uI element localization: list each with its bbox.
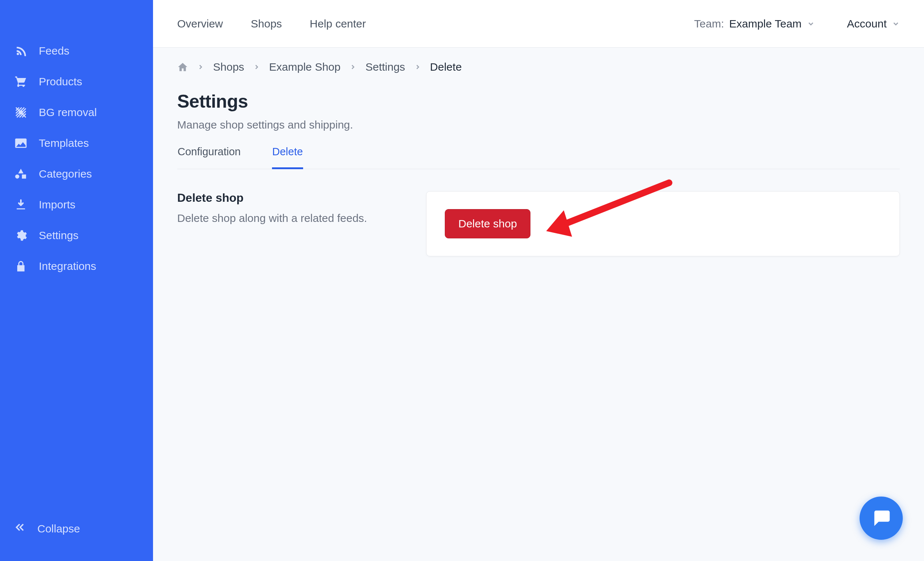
- sidebar-item-label: Feeds: [39, 45, 69, 57]
- chat-icon: [871, 507, 891, 529]
- chevron-right-icon: [197, 63, 204, 70]
- svg-point-0: [19, 110, 23, 114]
- sidebar-item-label: Imports: [39, 198, 75, 211]
- breadcrumb: Shops Example Shop Settings Delete: [177, 61, 900, 73]
- topbar: Overview Shops Help center Team: Example…: [153, 0, 924, 48]
- sidebar-item-label: BG removal: [39, 106, 97, 118]
- sidebar-item-integrations[interactable]: Integrations: [14, 259, 139, 273]
- topnav-shops[interactable]: Shops: [251, 18, 282, 30]
- chevron-down-icon: [807, 20, 815, 28]
- chevron-down-icon: [892, 20, 900, 28]
- topnav-overview[interactable]: Overview: [177, 18, 223, 30]
- team-label: Team:: [694, 18, 724, 30]
- cart-icon: [14, 75, 28, 88]
- image-icon: [14, 136, 28, 150]
- section-description: Delete shop along with a related feeds.: [177, 212, 426, 225]
- delete-shop-button[interactable]: Delete shop: [445, 209, 531, 238]
- home-icon[interactable]: [177, 62, 188, 72]
- section-left: Delete shop Delete shop along with a rel…: [177, 191, 426, 256]
- chevron-double-left-icon: [14, 521, 26, 536]
- sidebar-item-products[interactable]: Products: [14, 75, 139, 88]
- sidebar-item-settings[interactable]: Settings: [14, 228, 139, 242]
- rss-icon: [14, 44, 28, 58]
- tabs: Configuration Delete: [177, 146, 900, 169]
- breadcrumb-settings[interactable]: Settings: [365, 61, 405, 73]
- download-icon: [14, 198, 28, 212]
- sidebar-item-bg-removal[interactable]: BG removal: [14, 105, 139, 119]
- sidebar-footer: Collapse: [0, 521, 153, 546]
- breadcrumb-shop[interactable]: Example Shop: [269, 61, 340, 73]
- page-title: Settings: [177, 91, 900, 112]
- topbar-right: Team: Example Team Account: [694, 18, 900, 30]
- lock-icon: [14, 259, 28, 273]
- bg-remove-icon: [14, 105, 28, 119]
- sidebar-item-label: Products: [39, 75, 82, 88]
- chevron-right-icon: [414, 63, 422, 70]
- sidebar-item-templates[interactable]: Templates: [14, 136, 139, 150]
- section-delete-shop: Delete shop Delete shop along with a rel…: [177, 191, 900, 256]
- shapes-icon: [14, 167, 28, 181]
- gear-icon: [14, 228, 28, 242]
- tab-delete[interactable]: Delete: [272, 146, 303, 169]
- breadcrumb-shops[interactable]: Shops: [213, 61, 244, 73]
- topnav-help-center[interactable]: Help center: [310, 18, 366, 30]
- page-header: Settings Manage shop settings and shippi…: [177, 91, 900, 131]
- chevron-right-icon: [349, 63, 357, 70]
- delete-shop-card: Delete shop: [426, 191, 900, 256]
- sidebar-item-imports[interactable]: Imports: [14, 198, 139, 212]
- tab-configuration[interactable]: Configuration: [177, 146, 241, 169]
- sidebar-item-label: Categories: [39, 168, 92, 180]
- team-value: Example Team: [729, 18, 802, 30]
- breadcrumb-current: Delete: [430, 61, 462, 73]
- sidebar-item-label: Integrations: [39, 260, 96, 273]
- account-label: Account: [847, 18, 886, 30]
- chevron-right-icon: [253, 63, 260, 70]
- collapse-button[interactable]: Collapse: [14, 521, 139, 536]
- sidebar-item-label: Settings: [39, 229, 78, 242]
- chat-widget-button[interactable]: [860, 496, 903, 540]
- page-subtitle: Manage shop settings and shipping.: [177, 118, 900, 131]
- section-title: Delete shop: [177, 191, 426, 205]
- sidebar-item-label: Templates: [39, 137, 89, 149]
- main-content: Shops Example Shop Settings Delete Setti…: [153, 48, 924, 561]
- sidebar-item-categories[interactable]: Categories: [14, 167, 139, 181]
- sidebar-item-feeds[interactable]: Feeds: [14, 44, 139, 58]
- account-selector[interactable]: Account: [847, 18, 900, 30]
- topnav: Overview Shops Help center: [177, 18, 366, 30]
- collapse-label: Collapse: [38, 522, 80, 535]
- sidebar: Feeds Products BG removal Templates Cate: [0, 0, 153, 561]
- team-selector[interactable]: Team: Example Team: [694, 18, 815, 30]
- sidebar-nav: Feeds Products BG removal Templates Cate: [0, 44, 153, 521]
